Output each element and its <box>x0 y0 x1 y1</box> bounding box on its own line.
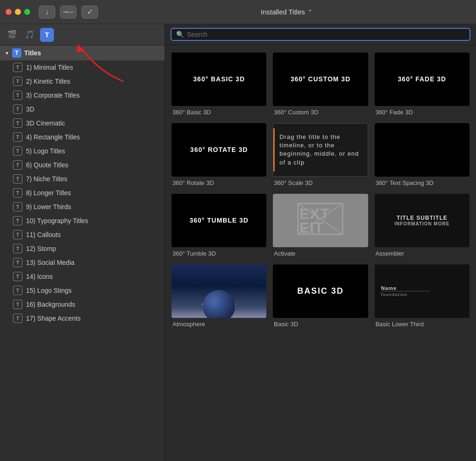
sidebar-item-logo-titles[interactable]: T 5) Logo Titles <box>0 144 165 158</box>
item-T-icon: T <box>13 314 22 323</box>
item-T-icon: T <box>13 77 22 86</box>
search-input[interactable] <box>187 31 465 38</box>
item-T-icon: T <box>13 216 22 225</box>
thumb-360-fade-3d: 360° FADE 3D <box>375 53 469 106</box>
check-icon: ✓ <box>87 7 93 16</box>
item-label-basic-3d: Basic 3D <box>273 321 368 328</box>
grid-item-basic-3d[interactable]: BASIC 3D Basic 3D <box>273 264 368 328</box>
section-T-icon: T <box>12 48 21 58</box>
sidebar: 🎬 🎵 T ▼ T Titles T 1) M <box>0 24 165 461</box>
grid-item-360-tumble-3d[interactable]: 360° TUMBLE 3D 360° Tumble 3D <box>172 194 266 257</box>
grid-item-360-basic-3d[interactable]: 360° BASIC 3D 360° Basic 3D <box>172 53 266 116</box>
thumb-360-tumble-3d: 360° TUMBLE 3D <box>172 194 266 247</box>
sidebar-item-backgrounds[interactable]: T 16) Backgrounds <box>0 297 165 311</box>
item-label: 6) Quote Titles <box>26 161 68 169</box>
item-label-360-scale-3d: 360° Scale 3D <box>273 179 368 186</box>
thumb-basic-3d: BASIC 3D <box>273 264 368 318</box>
key-button[interactable]: ⊸— <box>60 6 77 19</box>
item-label: 3D Cinematic <box>26 119 65 127</box>
svg-text:EIT: EIT <box>299 219 324 235</box>
thumb-text: 360° CUSTOM 3D <box>291 75 350 83</box>
item-T-icon: T <box>13 230 22 239</box>
grid-item-360-custom-3d[interactable]: 360° CUSTOM 3D 360° Custom 3D <box>273 53 368 116</box>
item-T-icon: T <box>13 91 22 100</box>
maximize-button[interactable] <box>24 9 30 15</box>
item-T-icon: T <box>13 132 22 142</box>
item-label: 16) Backgrounds <box>26 301 75 308</box>
item-label-360-custom-3d: 360° Custom 3D <box>273 109 368 116</box>
thumb-360-text-spacing-3d <box>375 123 469 177</box>
item-T-icon: T <box>13 300 22 309</box>
search-input-wrapper[interactable]: 🔍 <box>171 28 470 41</box>
assembler-title-text: TITLE SUBTITLE <box>395 215 450 221</box>
sidebar-item-typography-titles[interactable]: T 10) Typography Titles <box>0 214 165 228</box>
main-panel: 🔍 360° BASIC 3D 360° Basic 3D 360° CUSTO… <box>165 24 476 461</box>
item-label: 10) Typography Titles <box>26 217 88 224</box>
sidebar-item-logo-stings[interactable]: T 15) Logo Stings <box>0 283 165 297</box>
search-bar: 🔍 <box>165 24 476 45</box>
sidebar-item-corporate-titles[interactable]: T 3) Corporate Titles <box>0 88 165 102</box>
tooltip-text: Drag the title to the timeline, or to th… <box>273 128 367 171</box>
item-label-activate: Activate <box>273 250 368 257</box>
titlebar-title: Installed Titles ⌃ <box>103 8 470 16</box>
item-T-icon: T <box>13 286 22 295</box>
check-button[interactable]: ✓ <box>81 6 98 19</box>
sidebar-item-longer-titles[interactable]: T 8) Longer Titles <box>0 186 165 200</box>
sidebar-item-callouts[interactable]: T 11) Callouts <box>0 228 165 242</box>
sidebar-item-social-media[interactable]: T 13) Social Media <box>0 256 165 270</box>
sidebar-section-header: ▼ T Titles <box>0 46 165 60</box>
sidebar-music-icon[interactable]: 🎵 <box>22 28 36 42</box>
sidebar-film-icon[interactable]: 🎬 <box>5 28 19 42</box>
item-label: 17) Shape Accents <box>26 315 81 322</box>
grid-item-assembler[interactable]: TITLE SUBTITLE INFORMATION MORE Assemble… <box>375 194 469 257</box>
title-text: Installed Titles <box>261 8 305 16</box>
item-T-icon: T <box>13 146 22 156</box>
section-expand-icon: ▼ <box>5 51 9 56</box>
download-button[interactable]: ↓ <box>39 6 55 19</box>
sidebar-item-minimal-titles[interactable]: T 1) Minimal Titles <box>0 60 165 74</box>
grid-item-360-scale-3d[interactable]: Drag the title to the timeline, or to th… <box>273 123 368 186</box>
sidebar-item-lower-thirds[interactable]: T 9) Lower Thirds <box>0 200 165 214</box>
section-title: Titles <box>24 49 41 57</box>
close-button[interactable] <box>6 9 12 15</box>
thumb-360-rotate-3d: 360° ROTATE 3D <box>172 123 266 177</box>
sidebar-item-3d[interactable]: T 3D <box>0 102 165 116</box>
thumb-text: 360° FADE 3D <box>398 75 446 83</box>
item-T-icon: T <box>13 160 22 170</box>
traffic-lights <box>6 9 30 15</box>
item-label: 13) Social Media <box>26 259 74 266</box>
sidebar-item-rectangle-titles[interactable]: T 4) Rectangle Titles <box>0 130 165 144</box>
sidebar-toolbar: 🎬 🎵 T <box>0 24 165 46</box>
grid-item-360-text-spacing-3d[interactable]: 360° Text Spacing 3D <box>375 123 469 186</box>
thumb-360-basic-3d: 360° BASIC 3D <box>172 53 266 106</box>
lower-third-subtitle: foundation <box>381 291 430 297</box>
sidebar-item-niche-titles[interactable]: T 7) Niche Titles <box>0 172 165 186</box>
grid-item-360-rotate-3d[interactable]: 360° ROTATE 3D 360° Rotate 3D <box>172 123 266 186</box>
item-T-icon: T <box>13 188 22 198</box>
sidebar-item-quote-titles[interactable]: T 6) Quote Titles <box>0 158 165 172</box>
thumb-atmosphere: TITLE HERE <box>172 264 266 318</box>
grid-item-atmosphere[interactable]: TITLE HERE Atmosphere <box>172 264 266 328</box>
item-label: 5) Logo Titles <box>26 147 65 155</box>
content-grid: 360° BASIC 3D 360° Basic 3D 360° CUSTOM … <box>165 45 476 461</box>
item-T-icon: T <box>13 272 22 281</box>
item-label-360-text-spacing-3d: 360° Text Spacing 3D <box>375 179 469 186</box>
grid-item-activate[interactable]: EXT EIT Activate <box>273 194 368 257</box>
sidebar-item-3d-cinematic[interactable]: T 3D Cinematic <box>0 116 165 130</box>
item-T-icon: T <box>13 202 22 211</box>
sidebar-item-stomp[interactable]: T 12) Stomp <box>0 242 165 256</box>
sidebar-item-kinetic-titles[interactable]: T 2) Kinetic Titles <box>0 74 165 88</box>
minimize-button[interactable] <box>15 9 21 15</box>
sidebar-item-shape-accents[interactable]: T 17) Shape Accents <box>0 311 165 325</box>
item-label: 7) Niche Titles <box>26 175 67 183</box>
item-label: 3) Corporate Titles <box>26 92 79 99</box>
lower-third-name: Name <box>381 285 463 291</box>
grid-item-360-fade-3d[interactable]: 360° FADE 3D 360° Fade 3D <box>375 53 469 116</box>
grid-item-basic-lower-third[interactable]: Name foundation Basic Lower Third <box>375 264 469 328</box>
sidebar-item-icons[interactable]: T 14) Icons <box>0 270 165 283</box>
item-T-icon: T <box>13 63 22 72</box>
key-icon: ⊸— <box>63 8 74 15</box>
item-label-360-fade-3d: 360° Fade 3D <box>375 109 469 116</box>
item-label-360-basic-3d: 360° Basic 3D <box>172 109 266 116</box>
sidebar-titles-icon[interactable]: T <box>40 28 54 42</box>
